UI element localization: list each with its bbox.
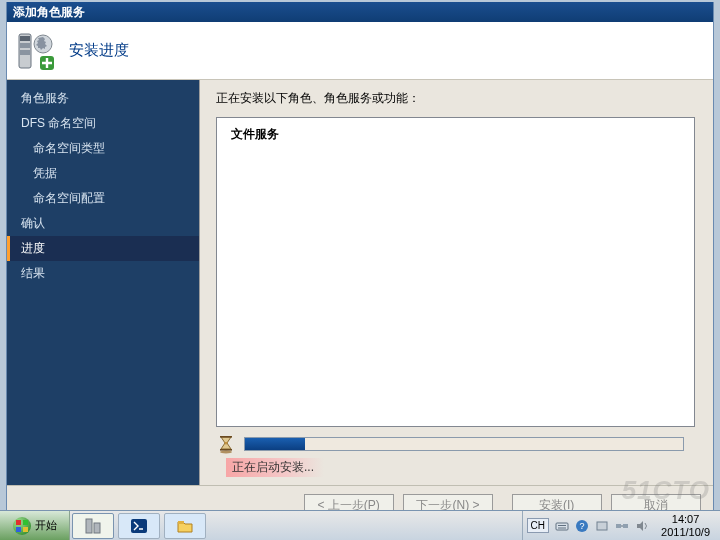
wizard-body: 角色服务 DFS 命名空间 命名空间类型 凭据 命名空间配置 确认 进度 结果 … (7, 80, 713, 485)
role-entry-file-services: 文件服务 (231, 126, 680, 143)
svg-rect-11 (131, 519, 147, 533)
start-label: 开始 (35, 518, 57, 533)
wizard-header: 安装进度 (7, 22, 713, 80)
roles-list-box: 文件服务 (216, 117, 695, 427)
svg-rect-7 (220, 436, 232, 438)
svg-rect-13 (556, 523, 568, 530)
hourglass-icon (216, 434, 236, 454)
svg-rect-15 (558, 527, 566, 528)
clock[interactable]: 14:07 2011/10/9 (655, 513, 716, 539)
keyboard-icon[interactable] (555, 519, 569, 533)
sidebar: 角色服务 DFS 命名空间 命名空间类型 凭据 命名空间配置 确认 进度 结果 (7, 80, 200, 485)
start-button[interactable]: 开始 (0, 511, 70, 540)
clock-date: 2011/10/9 (661, 526, 710, 539)
svg-point-6 (220, 451, 232, 454)
sidebar-item-results[interactable]: 结果 (7, 261, 199, 286)
svg-rect-20 (623, 524, 628, 528)
sidebar-item-progress[interactable]: 进度 (7, 236, 199, 261)
windows-orb-icon (13, 517, 31, 535)
sidebar-item-role-services[interactable]: 角色服务 (7, 86, 199, 111)
page-title: 安装进度 (69, 41, 129, 60)
svg-rect-12 (178, 521, 184, 524)
sidebar-item-dfs-namespace[interactable]: DFS 命名空间 (7, 111, 199, 136)
task-item-explorer[interactable] (164, 513, 206, 539)
server-role-icon (15, 30, 57, 72)
progress-area: 正在启动安装... (216, 434, 688, 477)
progress-bar (244, 437, 684, 451)
svg-rect-10 (94, 523, 100, 533)
svg-rect-1 (20, 36, 30, 41)
svg-rect-14 (558, 525, 566, 526)
system-tray: CH ? 14:07 2011/10/9 (522, 511, 720, 540)
svg-rect-2 (20, 43, 30, 48)
svg-rect-18 (597, 522, 607, 530)
sidebar-item-confirm[interactable]: 确认 (7, 211, 199, 236)
status-text: 正在启动安装... (226, 458, 324, 477)
window-title: 添加角色服务 (13, 5, 85, 19)
sidebar-item-namespace-type[interactable]: 命名空间类型 (7, 136, 199, 161)
lang-indicator[interactable]: CH (527, 518, 549, 533)
svg-text:?: ? (580, 521, 585, 531)
wizard-window: 添加角色服务 安装进度 角色服务 DFS 命名空间 命名空间类型 凭据 命名空间… (6, 2, 714, 525)
clock-time: 14:07 (661, 513, 710, 526)
task-item-server-manager[interactable] (72, 513, 114, 539)
progress-fill (245, 438, 305, 450)
volume-icon[interactable] (635, 519, 649, 533)
taskbar: 开始 CH ? 14:07 2011/10/9 (0, 510, 720, 540)
svg-rect-8 (220, 449, 232, 451)
sidebar-item-credentials[interactable]: 凭据 (7, 161, 199, 186)
help-icon[interactable]: ? (575, 519, 589, 533)
watermark-text: 51CTO (622, 475, 710, 506)
sidebar-item-namespace-config[interactable]: 命名空间配置 (7, 186, 199, 211)
intro-text: 正在安装以下角色、角色服务或功能： (216, 90, 695, 107)
main-pane: 正在安装以下角色、角色服务或功能： 文件服务 (200, 80, 713, 485)
network-icon[interactable] (615, 519, 629, 533)
tray-icon-1[interactable] (595, 519, 609, 533)
svg-rect-3 (20, 50, 30, 55)
task-item-powershell[interactable] (118, 513, 160, 539)
svg-rect-19 (616, 524, 621, 528)
titlebar: 添加角色服务 (7, 2, 713, 22)
svg-rect-9 (86, 519, 92, 533)
